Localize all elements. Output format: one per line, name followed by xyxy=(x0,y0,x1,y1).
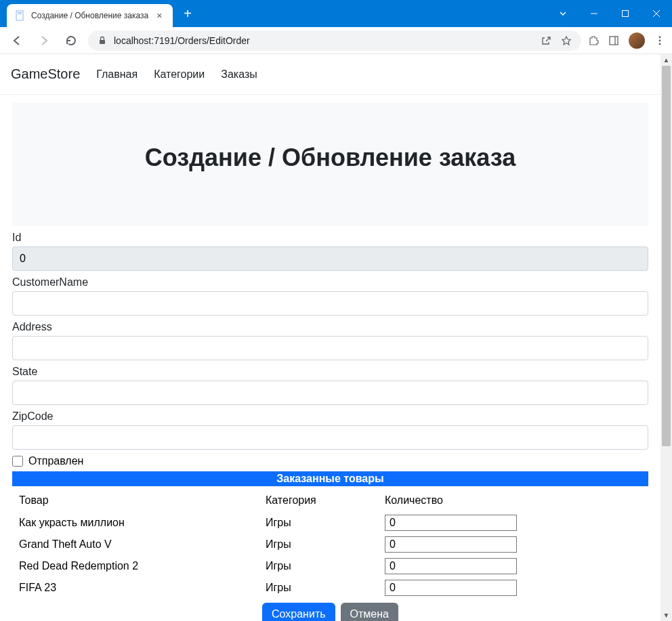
quantity-input[interactable] xyxy=(385,558,517,574)
address-bar[interactable]: localhost:7191/Orders/EditOrder xyxy=(88,30,581,51)
brand[interactable]: GameStore xyxy=(11,66,80,82)
items-section-title: Заказанные товары xyxy=(12,471,648,486)
reload-button[interactable] xyxy=(61,32,81,49)
svg-point-11 xyxy=(659,39,661,41)
new-tab-button[interactable]: + xyxy=(178,3,197,24)
window-controls xyxy=(579,0,672,27)
menu-icon[interactable] xyxy=(654,35,665,46)
close-window-button[interactable] xyxy=(641,0,672,27)
extensions-icon[interactable] xyxy=(588,35,599,46)
col-quantity: Количество xyxy=(378,489,648,512)
chevron-down-icon[interactable] xyxy=(547,9,579,18)
scroll-track[interactable] xyxy=(660,66,672,609)
col-product: Товар xyxy=(12,489,259,512)
shipped-checkbox[interactable] xyxy=(12,456,23,467)
share-icon[interactable] xyxy=(541,35,551,46)
cell-category: Игры xyxy=(259,512,378,534)
scroll-thumb[interactable] xyxy=(662,66,671,446)
table-row: Как украсть миллион Игры xyxy=(12,512,648,534)
browser-toolbar: localhost:7191/Orders/EditOrder xyxy=(0,27,672,54)
items-table: Товар Категория Количество Как украсть м… xyxy=(12,489,648,599)
table-row: FIFA 23 Игры xyxy=(12,577,648,599)
browser-titlebar: Создание / Обновление заказа × + xyxy=(0,0,672,27)
scroll-down-arrow[interactable]: ▼ xyxy=(660,609,672,621)
svg-rect-1 xyxy=(18,12,22,13)
label-id: Id xyxy=(12,232,648,244)
hero: Создание / Обновление заказа xyxy=(12,103,648,226)
label-shipped: Отправлен xyxy=(28,455,83,467)
svg-rect-8 xyxy=(610,37,618,45)
svg-rect-2 xyxy=(18,14,22,14)
state-field[interactable] xyxy=(12,381,648,405)
lock-icon xyxy=(98,36,107,45)
back-button[interactable] xyxy=(7,32,27,49)
cancel-button[interactable]: Отмена xyxy=(341,603,398,621)
scrollbar[interactable]: ▲ ▼ xyxy=(660,54,672,621)
url-text: localhost:7191/Orders/EditOrder xyxy=(114,35,534,46)
svg-point-10 xyxy=(659,36,661,38)
zip-field[interactable] xyxy=(12,425,648,450)
forward-button[interactable] xyxy=(34,32,54,49)
cell-category: Игры xyxy=(259,555,378,577)
cell-product: Red Dead Redemption 2 xyxy=(12,555,259,577)
cell-product: Как украсть миллион xyxy=(12,512,259,534)
cell-product: FIFA 23 xyxy=(12,577,259,599)
svg-point-12 xyxy=(659,43,661,45)
svg-rect-7 xyxy=(100,40,105,44)
side-panel-icon[interactable] xyxy=(608,35,619,46)
label-zip: ZipCode xyxy=(12,410,648,423)
minimize-button[interactable] xyxy=(579,0,610,27)
scroll-up-arrow[interactable]: ▲ xyxy=(660,54,672,66)
table-row: Red Dead Redemption 2 Игры xyxy=(12,555,648,577)
quantity-input[interactable] xyxy=(385,580,517,596)
customer-field[interactable] xyxy=(12,291,648,316)
quantity-input[interactable] xyxy=(385,536,517,553)
browser-tab[interactable]: Создание / Обновление заказа × xyxy=(7,4,173,27)
label-customer: CustomerName xyxy=(12,276,648,288)
maximize-button[interactable] xyxy=(610,0,641,27)
id-field xyxy=(12,247,648,271)
tab-favicon xyxy=(15,10,26,21)
close-icon[interactable]: × xyxy=(154,9,165,22)
nav-categories[interactable]: Категории xyxy=(154,68,205,81)
cell-category: Игры xyxy=(259,534,378,555)
nav-home[interactable]: Главная xyxy=(96,68,138,81)
svg-rect-4 xyxy=(623,11,629,17)
star-icon[interactable] xyxy=(561,35,572,46)
quantity-input[interactable] xyxy=(385,515,517,531)
col-category: Категория xyxy=(259,489,378,512)
table-row: Grand Theft Auto V Игры xyxy=(12,534,648,555)
tab-title: Создание / Обновление заказа xyxy=(31,11,148,20)
save-button[interactable]: Сохранить xyxy=(262,603,335,621)
site-header: GameStore Главная Категории Заказы xyxy=(0,54,660,95)
page-title: Создание / Обновление заказа xyxy=(26,144,635,172)
address-field[interactable] xyxy=(12,336,648,360)
cell-product: Grand Theft Auto V xyxy=(12,534,259,555)
cell-category: Игры xyxy=(259,577,378,599)
label-state: State xyxy=(12,366,648,378)
avatar[interactable] xyxy=(629,33,645,49)
nav-orders[interactable]: Заказы xyxy=(221,68,257,81)
label-address: Address xyxy=(12,321,648,333)
